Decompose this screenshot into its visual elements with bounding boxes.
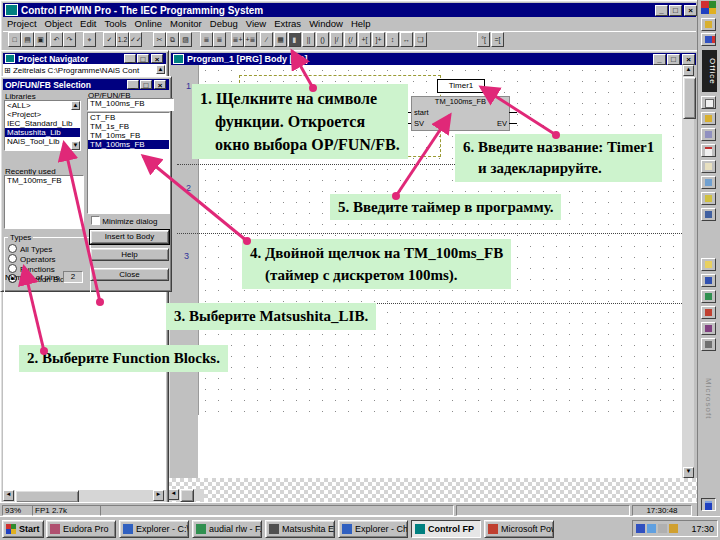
editor-close-button[interactable]: × [682,54,695,65]
list-scroll-up-icon[interactable]: ▲ [71,101,80,110]
office-calendar-icon[interactable] [701,144,716,157]
radio-all-types[interactable]: All Types [8,244,87,254]
editor-maximize-button[interactable]: □ [667,54,680,65]
library-item[interactable]: <Project> [5,110,80,119]
jump-icon[interactable]: °[ [477,32,490,47]
office-task-icon[interactable] [701,176,716,189]
cut-icon[interactable]: ✂ [153,32,166,47]
network-insert-icon[interactable]: ≣+ [231,32,244,47]
radio-operators[interactable]: Operators [8,254,87,264]
menu-tools[interactable]: Tools [100,17,130,30]
office-access-icon[interactable] [701,322,716,335]
comment-icon[interactable]: ❏ [414,32,427,47]
copy-icon[interactable]: ⧉ [166,32,179,47]
tray-icon-1[interactable] [636,524,645,533]
scroll-left-icon[interactable]: ◄ [168,489,179,500]
network-append-icon[interactable]: +≣ [244,32,257,47]
library-item[interactable]: <ALL> [5,101,80,110]
office-contact-icon[interactable] [701,160,716,173]
task-explorer-2[interactable]: Explorer - Ch.. [338,520,408,538]
menu-edit[interactable]: Edit [76,17,100,30]
office-mail-icon[interactable] [701,112,716,125]
tray-icon-2[interactable] [647,524,656,533]
library-item[interactable]: NAiS_Tool_Lib [5,137,80,146]
task-control-fp[interactable]: Control FP [411,520,481,538]
libraries-listbox[interactable]: <ALL> <Project> IEC_Standard_Lib Matsush… [4,100,81,151]
menu-view[interactable]: View [242,17,270,30]
menu-object[interactable]: Object [41,17,76,30]
navigator-horizontal-scrollbar[interactable]: ◄ ► [3,490,166,502]
close-button[interactable]: × [684,5,697,16]
office-open-icon[interactable] [701,18,716,31]
connect-horizontal-icon[interactable]: ↔ [400,32,413,47]
open-icon[interactable]: ▤ [21,32,34,47]
save-icon[interactable]: ▣ [34,32,47,47]
office-suite-icon[interactable] [701,33,716,46]
library-item-selected[interactable]: Matsushita_Lib [5,128,80,137]
scroll-up-icon[interactable]: ▲ [683,65,694,76]
new-icon[interactable]: □ [8,32,21,47]
list-scroll-down-icon[interactable]: ▼ [71,141,80,150]
menu-monitor[interactable]: Monitor [166,17,206,30]
check-program-icon[interactable]: ✓ [103,32,116,47]
rail-right-icon[interactable]: ]+ [372,32,385,47]
menu-project[interactable]: Project [3,17,41,30]
office-chart-icon[interactable] [701,208,716,221]
office-window-icon[interactable] [701,128,716,141]
office-word-icon[interactable] [701,274,716,287]
close-dialog-button[interactable]: Close [90,268,169,281]
minimize-dialog-checkbox[interactable]: Minimize dialog [91,216,157,226]
list-icon[interactable]: ≣ [200,32,213,47]
fb-item[interactable]: CT_FB [88,113,169,122]
office-binder-icon[interactable] [701,338,716,351]
dialog-maximize-button[interactable]: □ [140,80,152,89]
pou-pin-icon[interactable]: ⌖ [83,32,96,47]
paste-icon[interactable]: ▨ [179,32,192,47]
rail-left-icon[interactable]: +[ [358,32,371,47]
maximize-button[interactable]: □ [669,5,682,16]
editor-vertical-scrollbar[interactable]: ▲ ▼ [682,65,694,479]
recently-used-item[interactable]: TM_100ms_FB [5,176,83,185]
label-icon[interactable]: =[ [491,32,504,47]
timer-function-block[interactable]: TM_100ms_FB start SV EV [411,96,510,131]
office-note-icon[interactable] [701,258,716,271]
insert-to-body-button[interactable]: Insert to Body [90,230,169,244]
check-all-icon[interactable]: ✓✓ [129,32,142,47]
scroll-down-icon[interactable]: ▼ [683,467,694,478]
scrollbar-thumb[interactable] [683,77,696,119]
navigator-maximize-button[interactable]: □ [137,54,149,63]
connect-vertical-icon[interactable]: ↕ [386,32,399,47]
office-taskbar-icon[interactable] [701,498,716,511]
office-paint-icon[interactable] [701,192,716,205]
tray-printer-icon[interactable] [658,524,667,533]
office-powerpoint-icon[interactable] [701,306,716,319]
check-address-icon[interactable]: 1.2 [116,32,129,47]
monitor-mode-icon[interactable]: ▦ [274,32,287,47]
menu-debug[interactable]: Debug [206,17,242,30]
menu-extras[interactable]: Extras [270,17,305,30]
dialog-close-button[interactable]: × [154,80,166,89]
library-item[interactable]: IEC_Standard_Lib [5,119,80,128]
fb-item[interactable]: TM_1s_FB [88,122,169,131]
list2-icon[interactable]: ≣ [213,32,226,47]
menu-help[interactable]: Help [347,17,375,30]
fb-selection-icon[interactable]: ▮ [288,32,301,47]
menu-online[interactable]: Online [131,17,166,30]
office-excel-icon[interactable] [701,290,716,303]
task-matsushita[interactable]: Matsushita Ele.. [265,520,335,538]
fb-instance-name-field[interactable]: Timer1 [437,79,485,93]
dialog-minimize-button[interactable]: _ [127,80,139,89]
navigator-close-button[interactable]: × [151,54,163,63]
fb-item[interactable]: TM_10ms_FB [88,131,169,140]
scroll-right-icon[interactable]: ► [153,490,164,501]
start-button[interactable]: Start [2,520,44,538]
menu-window[interactable]: Window [305,17,347,30]
ladder-canvas-lower[interactable] [198,415,684,479]
task-audial[interactable]: audial rlw - F.. [192,520,262,538]
contact-icon[interactable]: || [302,32,315,47]
opfunfb-input[interactable]: TM_100ms_FB [87,98,174,111]
redo-icon[interactable]: ↷ [63,32,76,47]
coil-icon[interactable]: () [316,32,329,47]
fb-item-selected[interactable]: TM_100ms_FB [88,140,169,149]
number-of-pins-field[interactable]: 2 [63,271,83,283]
